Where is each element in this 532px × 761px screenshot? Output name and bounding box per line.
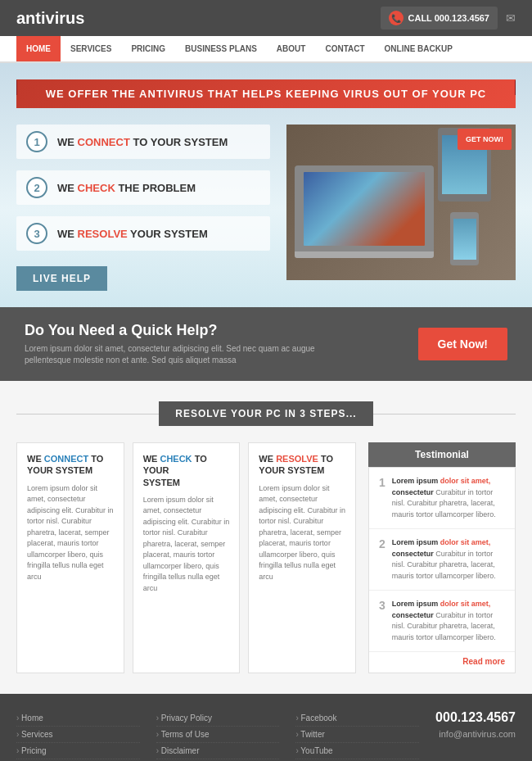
steps-title: RESOLVE YOUR PC IN 3 STEPS...: [159, 401, 372, 426]
logo-anti: anti: [16, 9, 46, 27]
footer-link-facebook[interactable]: Facebook: [295, 710, 419, 727]
testimonial-item-3: 3 Lorem ipsum dolor sit amet, consectetu…: [369, 591, 515, 652]
footer-link-home[interactable]: Home: [16, 710, 140, 727]
footer-link-pricing[interactable]: Pricing: [16, 743, 140, 759]
quick-help-body: Lorem ipsum dolor sit amet, consectetur …: [25, 343, 336, 366]
footer-email: info@antivirus.com: [435, 729, 516, 739]
email-icon: ✉: [506, 11, 516, 25]
phone-box: 📞 CALL 000.123.4567: [381, 7, 498, 29]
footer-link-disclaimer[interactable]: Disclaimer: [156, 743, 280, 759]
testimonial-item-1: 1 Lorem ipsum dolor sit amet, consectetu…: [369, 468, 515, 529]
logo-virus: virus: [46, 9, 85, 27]
testimonial-text-1: Lorem ipsum dolor sit amet, consectetur …: [392, 476, 505, 520]
logo: antivirus: [16, 9, 84, 28]
nav-business-plans[interactable]: BUSINESS PLANS: [175, 36, 267, 61]
steps-cards: WE CONNECT TOYOUR SYSTEM Lorem ipsum dol…: [16, 442, 356, 673]
footer-col-1: Home Services Pricing Business Plans Abo…: [16, 710, 140, 761]
step-3-text: WE RESOLVE YOUR SYSTEM: [57, 228, 208, 240]
footer-link-twitter[interactable]: Twitter: [295, 727, 419, 743]
hero-banner: WE OFFER THE ANTIVIRUS THAT HELPS KEEPIN…: [16, 79, 516, 108]
nav-services[interactable]: SERVICES: [61, 36, 121, 61]
nav-about[interactable]: ABOUT: [267, 36, 316, 61]
footer-link-privacy[interactable]: Privacy Policy: [156, 710, 280, 727]
footer-col-2: Privacy Policy Terms of Use Disclaimer: [156, 710, 280, 761]
laptop: [295, 165, 434, 272]
footer-link-terms[interactable]: Terms of Use: [156, 727, 280, 743]
phone-icon: 📞: [389, 11, 404, 25]
header-line-right: [373, 414, 516, 414]
footer-content: Home Services Pricing Business Plans Abo…: [16, 710, 516, 761]
testimonial-body: 1 Lorem ipsum dolor sit amet, consectetu…: [368, 467, 516, 673]
testimonial: Testimonial 1 Lorem ipsum dolor sit amet…: [368, 442, 516, 673]
footer-phone: 000.123.4567: [435, 710, 516, 725]
step-3-number: 3: [26, 223, 47, 244]
hero-steps: 1 WE CONNECT TO YOUR SYSTEM 2 WE CHECK T…: [16, 125, 270, 291]
phone-screen: [453, 219, 476, 260]
hero-image: GET NOW!: [286, 125, 516, 280]
step-3: 3 WE RESOLVE YOUR SYSTEM: [16, 216, 270, 251]
testimonial-item-2: 2 Lorem ipsum dolor sit amet, consectetu…: [369, 529, 515, 591]
card-2-highlight: CHECK: [160, 454, 192, 464]
testimonial-num-1: 1: [379, 476, 385, 489]
get-now-badge[interactable]: GET NOW!: [458, 129, 512, 150]
header-right: 📞 CALL 000.123.4567 ✉: [381, 7, 516, 29]
nav-contact[interactable]: CONTACT: [315, 36, 374, 61]
laptop-base: [295, 251, 434, 258]
read-more-link[interactable]: Read more: [462, 657, 505, 666]
card-2-body: Lorem ipsum dolor sit amet, consectetur …: [143, 495, 230, 595]
phone-device: [450, 212, 479, 265]
step-2-highlight: CHECK: [78, 182, 115, 194]
live-help-button[interactable]: LIVE HELP: [16, 266, 107, 291]
phone-number: CALL 000.123.4567: [408, 13, 489, 23]
steps-section: RESOLVE YOUR PC IN 3 STEPS... WE CONNECT…: [0, 381, 532, 694]
footer-col-3: Facebook Twitter YouTube Our Blog: [295, 710, 419, 761]
testimonial-text-3: Lorem ipsum dolor sit amet, consectetur …: [392, 599, 505, 643]
testimonial-text-2: Lorem ipsum dolor sit amet, consectetur …: [392, 537, 505, 582]
card-3-highlight: RESOLVE: [276, 454, 318, 464]
quick-help-title: Do You Need a Quick Help?: [25, 322, 336, 339]
footer-link-services[interactable]: Services: [16, 727, 140, 743]
card-3-body: Lorem ipsum dolor sit amet, consectetur …: [259, 483, 345, 583]
laptop-screen: [304, 172, 425, 246]
step-2-number: 2: [26, 177, 47, 198]
step-1-number: 1: [26, 131, 47, 152]
quick-help-text: Do You Need a Quick Help? Lorem ipsum do…: [25, 322, 336, 366]
footer-contact: 000.123.4567 info@antivirus.com: [435, 710, 516, 761]
step-3-highlight: RESOLVE: [78, 228, 128, 240]
step-1: 1 WE CONNECT TO YOUR SYSTEM: [16, 125, 270, 159]
footer: Home Services Pricing Business Plans Abo…: [0, 694, 532, 761]
header-line-left: [16, 414, 159, 414]
testimonial-header: Testimonial: [368, 442, 516, 467]
card-1-highlight: CONNECT: [44, 454, 88, 464]
steps-content: WE CONNECT TOYOUR SYSTEM Lorem ipsum dol…: [16, 442, 516, 673]
card-1-body: Lorem ipsum dolor sit amet, consectetur …: [27, 483, 114, 583]
step-2: 2 WE CHECK THE PROBLEM: [16, 170, 270, 205]
card-1-title: WE CONNECT TOYOUR SYSTEM: [27, 453, 114, 477]
hero-content: 1 WE CONNECT TO YOUR SYSTEM 2 WE CHECK T…: [16, 125, 516, 291]
nav-home[interactable]: HOME: [16, 36, 61, 61]
quick-help-section: Do You Need a Quick Help? Lorem ipsum do…: [0, 307, 532, 381]
testimonial-num-3: 3: [379, 599, 385, 612]
footer-link-youtube[interactable]: YouTube: [295, 743, 419, 759]
step-card-2: WE CHECK TO YOURSYSTEM Lorem ipsum dolor…: [133, 442, 241, 673]
header: antivirus 📞 CALL 000.123.4567 ✉: [0, 0, 532, 36]
read-more: Read more: [369, 652, 515, 673]
laptop-body: [295, 165, 434, 251]
step-card-3: WE RESOLVE TOYOUR SYSTEM Lorem ipsum dol…: [248, 442, 356, 673]
navigation: HOME SERVICES PRICING BUSINESS PLANS ABO…: [0, 36, 532, 63]
testimonial-num-2: 2: [379, 537, 385, 550]
get-now-button[interactable]: Get Now!: [418, 328, 507, 360]
nav-online-backup[interactable]: ONLINE BACKUP: [375, 36, 462, 61]
step-1-text: WE CONNECT TO YOUR SYSTEM: [57, 136, 228, 148]
step-2-text: WE CHECK THE PROBLEM: [57, 182, 196, 194]
step-card-1: WE CONNECT TOYOUR SYSTEM Lorem ipsum dol…: [16, 442, 124, 673]
nav-pricing[interactable]: PRICING: [121, 36, 175, 61]
card-3-title: WE RESOLVE TOYOUR SYSTEM: [259, 453, 345, 477]
steps-header: RESOLVE YOUR PC IN 3 STEPS...: [16, 401, 516, 426]
hero-section: WE OFFER THE ANTIVIRUS THAT HELPS KEEPIN…: [0, 63, 532, 307]
step-1-highlight: CONNECT: [78, 136, 130, 148]
card-2-title: WE CHECK TO YOURSYSTEM: [143, 453, 230, 488]
